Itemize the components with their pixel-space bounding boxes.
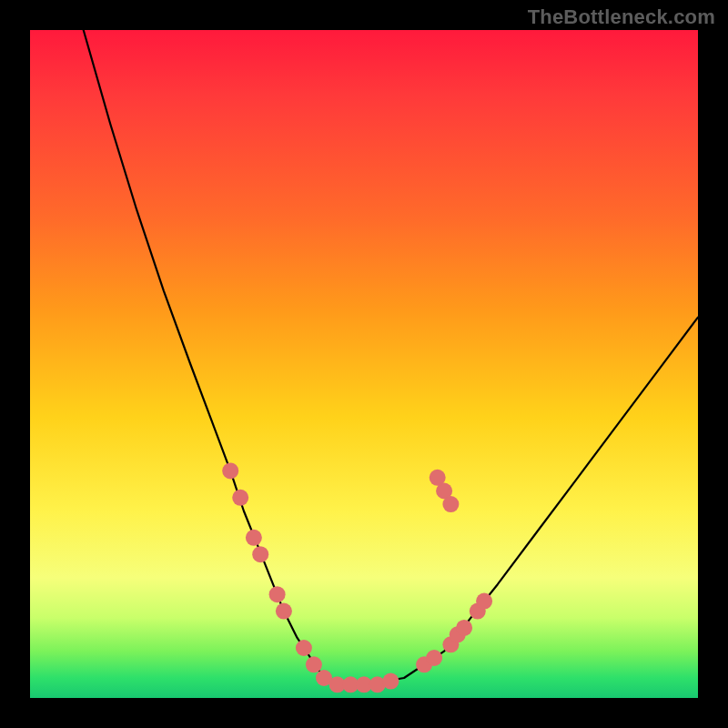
bottleneck-curve (84, 30, 698, 684)
marker-dot (306, 656, 322, 672)
marker-dot (296, 640, 312, 656)
marker-layer (222, 462, 492, 693)
watermark-label: TheBottleneck.com (528, 5, 715, 29)
marker-dot (276, 603, 292, 620)
marker-dot (426, 650, 442, 666)
curve-layer (84, 30, 698, 684)
marker-dot (430, 470, 446, 486)
marker-dot (476, 593, 492, 610)
marker-dot (252, 546, 268, 562)
plot-area (30, 30, 698, 698)
chart-frame: TheBottleneck.com (0, 0, 728, 728)
marker-dot (246, 530, 262, 546)
chart-svg (30, 30, 698, 698)
marker-dot (269, 586, 286, 602)
marker-dot (382, 673, 399, 690)
marker-dot (222, 462, 238, 479)
marker-dot (456, 620, 472, 636)
marker-dot (442, 496, 459, 512)
marker-dot (232, 490, 248, 506)
